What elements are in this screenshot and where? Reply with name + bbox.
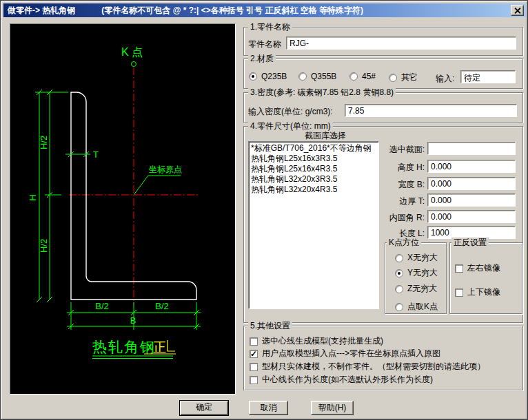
selected-section-label: 选中截面:	[244, 145, 425, 154]
radio-kpoint-x-infinite[interactable]: X无穷大	[395, 252, 438, 264]
checkbox-mirror-horizontal[interactable]: 左右镜像	[455, 262, 500, 274]
k-point-marker	[132, 62, 136, 67]
origin-label: 坐标原点	[148, 165, 182, 174]
checkbox-centerline-as-length[interactable]: 中心线长作为长度(如不选默认外形长作为长度)	[250, 374, 433, 386]
checkbox-label: 上下镜像	[467, 286, 500, 298]
checkbox-icon[interactable]	[455, 264, 463, 273]
checkbox-icon[interactable]	[455, 288, 463, 297]
radio-label: Z无穷大	[407, 283, 437, 295]
radio-kpoint-y-infinite[interactable]: Y无穷大	[395, 267, 438, 279]
group-kpoint-title: K点方位	[387, 238, 421, 247]
orientation-l-icon	[167, 340, 175, 351]
angle-steel-diagram: K 点	[10, 24, 235, 394]
drawing-caption-mark: 正	[153, 340, 166, 355]
group-part-name-title: 1.零件名称	[248, 22, 292, 32]
help-button[interactable]: 帮助(H)	[311, 401, 354, 415]
ok-button[interactable]: 确定	[179, 400, 229, 416]
group-kpoint-direction: K点方位 X无穷大 Y无穷大 Z无穷大 点取K点	[385, 242, 447, 314]
radio-icon[interactable]	[395, 285, 403, 293]
radio-label: X无穷大	[407, 252, 438, 264]
radio-icon[interactable]	[395, 303, 403, 311]
radio-icon[interactable]	[249, 72, 257, 81]
radio-kpoint-z-infinite[interactable]: Z无穷大	[395, 283, 437, 295]
checkbox-user-pick-insert-point[interactable]: 用户点取模型插入点--->零件在坐标原点插入原图	[250, 348, 440, 359]
radio-label: Q355B	[311, 72, 336, 81]
thickness-t-label: 边厚 T:	[244, 196, 425, 206]
title-bar[interactable]: 做零件-> 热轧角钢 (零件名称不可包含 @ * ?:| <>各种括号 引号 正…	[3, 3, 526, 17]
checkbox-label: 型材只实体建模，不制作零件。（型材需要切割的请选此项）	[262, 361, 485, 372]
radio-icon[interactable]	[349, 72, 358, 81]
radio-material-45[interactable]: 45#	[349, 72, 376, 81]
density-input[interactable]: 7.85	[345, 104, 517, 117]
checkbox-icon[interactable]	[250, 376, 258, 384]
group-mirror-settings: 正反设置 左右镜像 上下镜像	[449, 242, 522, 314]
dialog-make-part: 做零件-> 热轧角钢 (零件名称不可包含 @ * ?:| <>各种括号 引号 正…	[0, 0, 528, 420]
selected-section-input[interactable]	[427, 142, 516, 155]
checkbox-mirror-vertical[interactable]: 上下镜像	[455, 286, 500, 298]
dim-b2-left-label: B/2	[95, 301, 109, 311]
checkbox-centerline-generate[interactable]: 选中心线生成模型(支持批量生成)	[250, 335, 383, 347]
radio-label: Q235B	[261, 72, 287, 81]
cancel-button[interactable]: 取消	[249, 401, 288, 415]
window-title: 做零件-> 热轧角钢	[8, 5, 75, 17]
cad-preview-canvas: K 点	[10, 23, 236, 395]
k-point-label: K 点	[121, 46, 143, 58]
radio-label: 其它	[401, 72, 418, 83]
group-density: 3.密度(参考: 碳素钢7.85 铝2.8 黄铜8.8) 输入密度(单位: g/…	[243, 92, 523, 123]
group-other-settings-title: 5.其他设置	[248, 321, 292, 330]
height-h-input[interactable]: 0.000	[427, 160, 516, 173]
radio-label: Y无穷大	[407, 267, 438, 279]
group-density-title: 3.密度(参考: 碳素钢7.85 铝2.8 黄铜8.8)	[248, 87, 396, 97]
radio-kpoint-pick[interactable]: 点取K点	[395, 301, 438, 313]
width-b-label: 宽度 B:	[244, 180, 425, 189]
radio-material-q235b[interactable]: Q235B	[249, 72, 287, 81]
checkbox-icon[interactable]	[250, 363, 258, 371]
density-input-label: 输入密度(单位: g/cm3):	[248, 107, 333, 116]
radio-label: 45#	[362, 72, 376, 81]
dim-h-label: H	[28, 194, 38, 200]
height-h-label: 高度 H:	[244, 162, 425, 172]
radio-label: 点取K点	[407, 301, 438, 313]
radio-icon[interactable]	[389, 74, 397, 82]
dim-b-label: B	[130, 315, 136, 326]
radio-icon[interactable]	[298, 72, 307, 81]
dimension-labels: H H/2 H/2 T B/2 B/2 B 坐标原点	[28, 136, 182, 326]
material-input-label: 输入:	[436, 74, 454, 83]
dim-h2-upper-label: H/2	[39, 136, 49, 149]
dimension-lines	[35, 90, 201, 359]
thickness-t-input[interactable]: 0.000	[427, 193, 516, 207]
group-part-name: 1.零件名称 零件名称 RJG-	[243, 27, 523, 56]
dim-h2-lower-label: H/2	[39, 239, 49, 253]
fillet-r-label: 内圆角 R:	[244, 213, 425, 222]
radio-icon[interactable]	[395, 254, 403, 262]
dim-t-label: T	[93, 149, 99, 160]
fillet-r-input[interactable]: 0.000	[427, 210, 516, 223]
window-title-note: (零件名称不可包含 @ * ?:| <>各种括号 引号 正反斜杠 空格 等特殊字…	[101, 5, 363, 17]
radio-icon[interactable]	[395, 269, 403, 277]
checkbox-label: 中心线长作为长度(如不选默认外形长作为长度)	[262, 374, 433, 386]
checkbox-icon[interactable]	[250, 350, 258, 358]
width-b-input[interactable]: 0.000	[427, 177, 516, 190]
part-name-input[interactable]: RJG-	[286, 36, 516, 50]
part-name-label: 零件名称	[248, 39, 281, 49]
checkbox-label: 左右镜像	[467, 262, 500, 274]
close-button[interactable]	[511, 5, 524, 16]
section-library-label: 截面库选择	[284, 131, 367, 140]
dim-b2-right-label: B/2	[155, 301, 169, 311]
checkbox-label: 用户点取模型插入点--->零件在坐标原点插入原图	[262, 348, 440, 359]
group-material: 2.材质 Q235B Q355B 45# 其它 输入: 待定	[243, 59, 523, 89]
group-other-settings: 5.其他设置 选中心线生成模型(支持批量生成) 用户点取模型插入点--->零件在…	[243, 326, 523, 390]
radio-material-q355b[interactable]: Q355B	[298, 72, 336, 81]
material-input[interactable]: 待定	[460, 70, 516, 83]
radio-material-other[interactable]: 其它	[389, 72, 418, 83]
checkbox-label: 选中心线生成模型(支持批量生成)	[262, 335, 383, 347]
drawing-caption: 热轧角钢	[92, 339, 156, 355]
length-l-label: 长度 L:	[244, 229, 425, 238]
close-icon	[514, 8, 520, 14]
group-part-size-title: 4.零件尺寸(单位: mm)	[248, 121, 333, 131]
group-mirror-title: 正反设置	[451, 238, 489, 247]
group-material-title: 2.材质	[248, 54, 276, 63]
checkbox-icon[interactable]	[250, 337, 258, 346]
group-part-size: 4.零件尺寸(单位: mm) 截面库选择 *标准GB/T706_2016*不等边…	[243, 126, 523, 323]
checkbox-solid-model-only[interactable]: 型材只实体建模，不制作零件。（型材需要切割的请选此项）	[250, 361, 485, 372]
